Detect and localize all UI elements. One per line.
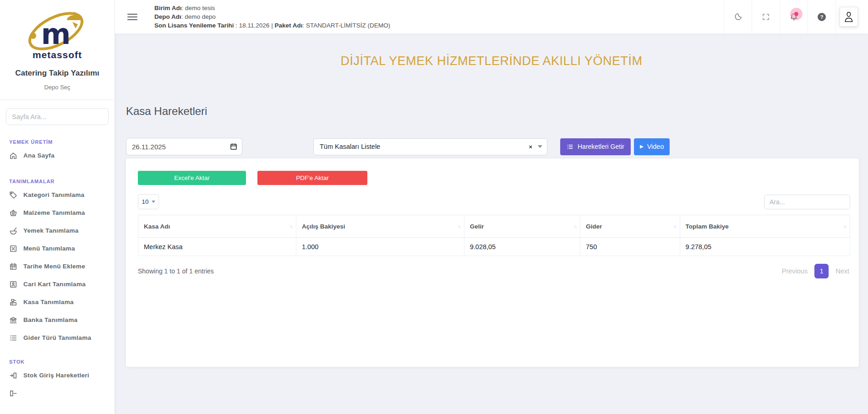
play-icon: ▶ [640, 144, 644, 149]
user-icon [843, 10, 855, 24]
svg-text:m: m [41, 17, 71, 51]
depot-select-link[interactable]: Depo Seç [0, 84, 115, 91]
sidebar: m metassoft Catering Takip Yazılımı Depo… [0, 0, 115, 414]
page-search-input[interactable] [6, 108, 109, 125]
license-renewal-value: : 18.11.2026 | [234, 22, 275, 29]
sidebar-item-label: Kategori Tanımlama [23, 191, 84, 198]
tag-icon [9, 191, 17, 199]
menu-card-icon [9, 245, 17, 253]
logo-wordmark: metassoft [18, 49, 96, 60]
cash-register-icon [9, 298, 17, 306]
menu-toggle-icon[interactable] [127, 0, 137, 33]
user-menu[interactable] [835, 0, 868, 33]
column-header-toplam-bakiye[interactable]: Toplam Bakiye↑↓ [680, 215, 850, 238]
stock-in-icon [9, 371, 17, 380]
sidebar-item-kasa-tanimlama[interactable]: Kasa Tanımlama [0, 293, 115, 311]
pagination-page-1[interactable]: 1 [814, 264, 829, 278]
sidebar-item-label: Yemek Tanımlama [23, 227, 79, 234]
export-excel-button[interactable]: Excel'e Aktar [138, 171, 246, 185]
sidebar-item-label: Stok Giriş Hareketleri [23, 372, 89, 379]
nav-section-yemek-uretim: YEMEK ÜRETİM [0, 139, 115, 145]
video-label: Video [647, 143, 664, 150]
column-header-gider[interactable]: Gider↑↓ [580, 215, 680, 238]
sidebar-item-label: Kasa Tanımlama [23, 299, 74, 305]
sidebar-item-label: Malzeme Tanımlama [23, 209, 85, 216]
sort-icon[interactable]: ↑↓ [289, 224, 292, 229]
sidebar-item-cari-kart-tanimlama[interactable]: Cari Kart Tanımlama [0, 275, 115, 293]
calendar-picker-icon[interactable] [230, 143, 237, 150]
basket-icon [9, 209, 17, 217]
help-button[interactable]: ? [808, 0, 835, 33]
get-movements-button[interactable]: Hareketleri Getir [560, 138, 631, 155]
sort-icon[interactable]: ↑↓ [673, 224, 676, 229]
calendar-icon [9, 262, 17, 271]
sidebar-divider [0, 99, 115, 100]
sidebar-item-menu-tanimlama[interactable]: Menü Tanımlama [0, 240, 115, 257]
unit-name-label: Birim Adı [154, 5, 182, 11]
avatar [840, 7, 858, 27]
sidebar-item-banka-tanimlama[interactable]: Banka Tanımlama [0, 311, 115, 329]
sidebar-item-malzeme-tanimlama[interactable]: Malzeme Tanımlama [0, 204, 115, 222]
video-button[interactable]: ▶ Video [634, 138, 670, 155]
sidebar-item-gider-turu-tanimlama[interactable]: Gider Türü Tanımlama [0, 329, 115, 347]
sort-icon[interactable]: ↑↓ [573, 224, 576, 229]
sort-icon[interactable]: ↑↓ [843, 224, 846, 229]
pagination: Previous 1 Next [782, 264, 849, 278]
pagination-next[interactable]: Next [835, 267, 849, 275]
expense-list-icon [9, 334, 17, 342]
filter-row: 26.11.2025 Tüm Kasaları Listele × Hareke… [126, 138, 859, 155]
sidebar-nav: YEMEK ÜRETİM Ana Sayfa TANIMLAMALAR Kate… [0, 139, 115, 402]
cell-kasa-adi: Merkez Kasa [138, 238, 296, 256]
sort-icon[interactable]: ↑↓ [458, 224, 460, 229]
id-card-icon [9, 280, 17, 289]
sidebar-item-label: Menü Tanımlama [23, 245, 75, 252]
page-size-select[interactable]: 10 [138, 194, 159, 209]
logo-mark-icon: m [23, 8, 92, 56]
column-header-gelir[interactable]: Gelir↑↓ [464, 215, 580, 238]
stock-out-icon [9, 389, 17, 398]
package-label: Paket Adı [274, 22, 302, 29]
sidebar-item-tarihe-menu-ekleme[interactable]: Tarihe Menü Ekleme [0, 257, 115, 275]
unit-name-value: : demo tesis [182, 5, 215, 11]
license-info: Birim Adı: demo tesis Depo Adı: demo dep… [154, 0, 390, 33]
fullscreen-button[interactable] [752, 0, 780, 33]
app-title: Catering Takip Yazılımı [0, 69, 115, 78]
table-row: Merkez Kasa 1.000 9.028,05 750 9.278,05 [138, 238, 850, 256]
sidebar-item-partial[interactable] [0, 384, 115, 402]
cell-acilis-bakiyesi: 1.000 [296, 238, 464, 256]
cashbox-select-value: Tüm Kasaları Listele [320, 143, 529, 150]
date-input[interactable]: 26.11.2025 [126, 138, 242, 155]
moon-icon [733, 12, 742, 22]
home-icon [9, 152, 17, 160]
cashbox-select[interactable]: Tüm Kasaları Listele × [313, 138, 547, 155]
app-window: m metassoft Catering Takip Yazılımı Depo… [0, 0, 868, 414]
help-icon: ? [818, 13, 826, 21]
notifications-button[interactable] [780, 0, 808, 33]
table-search-input[interactable] [764, 195, 850, 209]
depot-name-label: Depo Adı [154, 13, 181, 20]
sidebar-item-label: Gider Türü Tanımlama [23, 334, 91, 341]
promo-banner: DİJİTAL YEMEK HİZMETLERİNDE AKILLI YÖNET… [115, 54, 868, 68]
sidebar-item-yemek-tanimlama[interactable]: Yemek Tanımlama [0, 222, 115, 240]
column-header-acilis-bakiyesi[interactable]: Açılış Bakiyesi↑↓ [296, 215, 464, 238]
food-bowl-icon [9, 227, 17, 235]
package-value: : STANDART-LİMİTSİZ (DEMO) [302, 22, 390, 29]
content-area: DİJİTAL YEMEK HİZMETLERİNDE AKILLI YÖNET… [115, 34, 868, 414]
topbar-actions: ? [724, 0, 868, 33]
metassoft-logo: m metassoft [18, 8, 96, 64]
sidebar-item-label: Cari Kart Tanımlama [23, 281, 86, 288]
sidebar-item-ana-sayfa[interactable]: Ana Sayfa [0, 147, 115, 164]
cell-gelir: 9.028,05 [464, 238, 580, 256]
kasa-table: Kasa Adı↑↓ Açılış Bakiyesi↑↓ Gelir↑↓ Gid… [138, 215, 850, 256]
dark-mode-toggle[interactable] [724, 0, 752, 33]
sidebar-item-stok-giris-hareketleri[interactable]: Stok Giriş Hareketleri [0, 366, 115, 384]
export-pdf-button[interactable]: PDF'e Aktar [257, 171, 367, 185]
pagination-previous[interactable]: Previous [782, 267, 808, 275]
sidebar-item-label: Banka Tanımlama [23, 316, 77, 323]
date-value: 26.11.2025 [132, 143, 230, 151]
sidebar-item-kategori-tanimlama[interactable]: Kategori Tanımlama [0, 186, 115, 204]
license-renewal-label: Son Lisans Yenileme Tarihi [154, 22, 234, 29]
select-clear-icon[interactable]: × [529, 143, 532, 150]
column-header-kasa-adi[interactable]: Kasa Adı↑↓ [138, 215, 296, 238]
chevron-down-icon [538, 145, 542, 148]
